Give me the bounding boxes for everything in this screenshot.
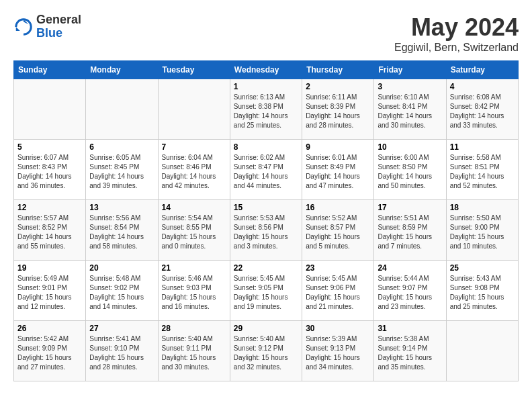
day-info-text: Daylight: 14 hours and 39 minutes. xyxy=(89,172,154,191)
day-info-text: Sunset: 8:47 PM xyxy=(234,163,298,172)
day-info-text: Sunrise: 6:01 AM xyxy=(306,153,370,163)
header-wednesday: Wednesday xyxy=(230,61,302,79)
day-info-text: Daylight: 14 hours and 58 minutes. xyxy=(89,232,154,251)
day-number: 9 xyxy=(306,142,370,152)
day-number: 13 xyxy=(89,203,154,212)
day-info-text: Daylight: 14 hours and 47 minutes. xyxy=(306,172,370,191)
calendar-cell: 5Sunrise: 6:07 AMSunset: 8:43 PMDaylight… xyxy=(14,140,86,200)
day-info-text: Daylight: 14 hours and 50 minutes. xyxy=(378,172,442,191)
day-info-text: Daylight: 15 hours and 12 minutes. xyxy=(17,293,82,312)
calendar-cell xyxy=(14,79,86,140)
header-friday: Friday xyxy=(374,61,446,79)
calendar-cell: 13Sunrise: 5:56 AMSunset: 8:54 PMDayligh… xyxy=(86,200,158,261)
day-info-text: Daylight: 14 hours and 25 minutes. xyxy=(234,111,298,130)
calendar-week-row: 12Sunrise: 5:57 AMSunset: 8:52 PMDayligh… xyxy=(14,200,519,261)
day-info-text: Sunset: 8:56 PM xyxy=(234,223,298,232)
day-info-text: Sunrise: 5:58 AM xyxy=(450,153,515,163)
day-info-text: Daylight: 15 hours and 30 minutes. xyxy=(162,353,226,372)
day-info-text: Daylight: 15 hours and 0 minutes. xyxy=(162,232,226,251)
day-number: 26 xyxy=(17,324,82,333)
day-info-text: Daylight: 15 hours and 21 minutes. xyxy=(306,293,370,312)
calendar-cell: 24Sunrise: 5:44 AMSunset: 9:07 PMDayligh… xyxy=(374,261,446,321)
calendar-cell: 18Sunrise: 5:50 AMSunset: 9:00 PMDayligh… xyxy=(446,200,518,261)
day-number: 19 xyxy=(17,263,82,273)
logo-icon xyxy=(13,17,34,37)
calendar-table: SundayMondayTuesdayWednesdayThursdayFrid… xyxy=(13,60,519,381)
day-info-text: Sunrise: 5:46 AM xyxy=(162,274,226,283)
calendar-cell: 20Sunrise: 5:48 AMSunset: 9:02 PMDayligh… xyxy=(86,261,158,321)
logo-general: General xyxy=(36,13,81,27)
day-info-text: Daylight: 14 hours and 28 minutes. xyxy=(306,111,370,130)
day-info-text: Sunset: 8:50 PM xyxy=(378,163,442,172)
day-number: 5 xyxy=(17,142,82,152)
day-info-text: Sunrise: 6:04 AM xyxy=(162,153,226,163)
day-info-text: Sunrise: 5:40 AM xyxy=(234,334,298,344)
calendar-cell: 31Sunrise: 5:38 AMSunset: 9:14 PMDayligh… xyxy=(374,321,446,381)
calendar-cell: 14Sunrise: 5:54 AMSunset: 8:55 PMDayligh… xyxy=(158,200,230,261)
calendar-cell: 30Sunrise: 5:39 AMSunset: 9:13 PMDayligh… xyxy=(302,321,374,381)
day-info-text: Sunrise: 5:45 AM xyxy=(234,274,298,283)
day-info-text: Daylight: 15 hours and 27 minutes. xyxy=(17,353,82,372)
day-info-text: Sunrise: 5:49 AM xyxy=(17,274,82,283)
day-info-text: Sunset: 8:49 PM xyxy=(306,163,370,172)
day-number: 16 xyxy=(306,203,370,212)
calendar-cell: 26Sunrise: 5:42 AMSunset: 9:09 PMDayligh… xyxy=(14,321,86,381)
calendar-cell: 28Sunrise: 5:40 AMSunset: 9:11 PMDayligh… xyxy=(158,321,230,381)
day-info-text: Sunrise: 6:05 AM xyxy=(89,153,154,163)
day-number: 25 xyxy=(450,263,515,273)
day-number: 6 xyxy=(89,142,154,152)
calendar-cell: 4Sunrise: 6:08 AMSunset: 8:42 PMDaylight… xyxy=(446,79,518,140)
day-info-text: Sunrise: 5:56 AM xyxy=(89,214,154,223)
day-info-text: Sunset: 8:43 PM xyxy=(17,163,82,172)
day-info-text: Sunset: 8:38 PM xyxy=(234,102,298,111)
day-number: 27 xyxy=(89,324,154,333)
day-info-text: Sunset: 9:00 PM xyxy=(450,223,515,232)
day-info-text: Daylight: 14 hours and 30 minutes. xyxy=(378,111,442,130)
day-info-text: Sunset: 8:51 PM xyxy=(450,163,515,172)
day-info-text: Daylight: 14 hours and 55 minutes. xyxy=(17,232,82,251)
calendar-header: SundayMondayTuesdayWednesdayThursdayFrid… xyxy=(14,61,519,79)
day-info-text: Daylight: 14 hours and 36 minutes. xyxy=(17,172,82,191)
day-info-text: Sunset: 9:11 PM xyxy=(162,344,226,353)
day-info-text: Daylight: 15 hours and 32 minutes. xyxy=(234,353,298,372)
calendar-cell: 9Sunrise: 6:01 AMSunset: 8:49 PMDaylight… xyxy=(302,140,374,200)
month-title: May 2024 xyxy=(394,13,519,42)
page-header: General Blue May 2024 Eggiwil, Bern, Swi… xyxy=(13,13,519,54)
day-info-text: Sunrise: 5:45 AM xyxy=(306,274,370,283)
day-info-text: Sunset: 9:07 PM xyxy=(378,283,442,293)
day-number: 17 xyxy=(378,203,442,212)
header-row: SundayMondayTuesdayWednesdayThursdayFrid… xyxy=(14,61,519,79)
calendar-cell: 15Sunrise: 5:53 AMSunset: 8:56 PMDayligh… xyxy=(230,200,302,261)
logo-blue: Blue xyxy=(36,27,81,40)
day-info-text: Daylight: 15 hours and 16 minutes. xyxy=(162,293,226,312)
day-info-text: Sunrise: 5:54 AM xyxy=(162,214,226,223)
day-number: 18 xyxy=(450,203,515,212)
day-info-text: Daylight: 15 hours and 34 minutes. xyxy=(306,353,370,372)
day-number: 3 xyxy=(378,82,442,91)
day-info-text: Daylight: 14 hours and 44 minutes. xyxy=(234,172,298,191)
day-number: 15 xyxy=(234,203,298,212)
day-info-text: Sunrise: 6:10 AM xyxy=(378,93,442,102)
calendar-cell xyxy=(86,79,158,140)
day-info-text: Sunset: 8:54 PM xyxy=(89,223,154,232)
day-info-text: Sunrise: 5:53 AM xyxy=(234,214,298,223)
calendar-cell: 19Sunrise: 5:49 AMSunset: 9:01 PMDayligh… xyxy=(14,261,86,321)
day-info-text: Sunset: 9:03 PM xyxy=(162,283,226,293)
day-info-text: Sunset: 8:46 PM xyxy=(162,163,226,172)
day-number: 2 xyxy=(306,82,370,91)
day-info-text: Daylight: 15 hours and 7 minutes. xyxy=(378,232,442,251)
day-info-text: Daylight: 14 hours and 33 minutes. xyxy=(450,111,515,130)
day-info-text: Sunrise: 5:57 AM xyxy=(17,214,82,223)
logo-text: General Blue xyxy=(36,13,81,40)
day-info-text: Sunset: 9:05 PM xyxy=(234,283,298,293)
day-info-text: Sunrise: 6:02 AM xyxy=(234,153,298,163)
day-number: 12 xyxy=(17,203,82,212)
day-info-text: Sunset: 9:02 PM xyxy=(89,283,154,293)
calendar-cell: 23Sunrise: 5:45 AMSunset: 9:06 PMDayligh… xyxy=(302,261,374,321)
day-number: 29 xyxy=(234,324,298,333)
day-info-text: Sunrise: 5:50 AM xyxy=(450,214,515,223)
day-info-text: Sunrise: 5:40 AM xyxy=(162,334,226,344)
day-info-text: Sunset: 9:06 PM xyxy=(306,283,370,293)
day-info-text: Sunrise: 5:44 AM xyxy=(378,274,442,283)
day-info-text: Sunset: 9:10 PM xyxy=(89,344,154,353)
